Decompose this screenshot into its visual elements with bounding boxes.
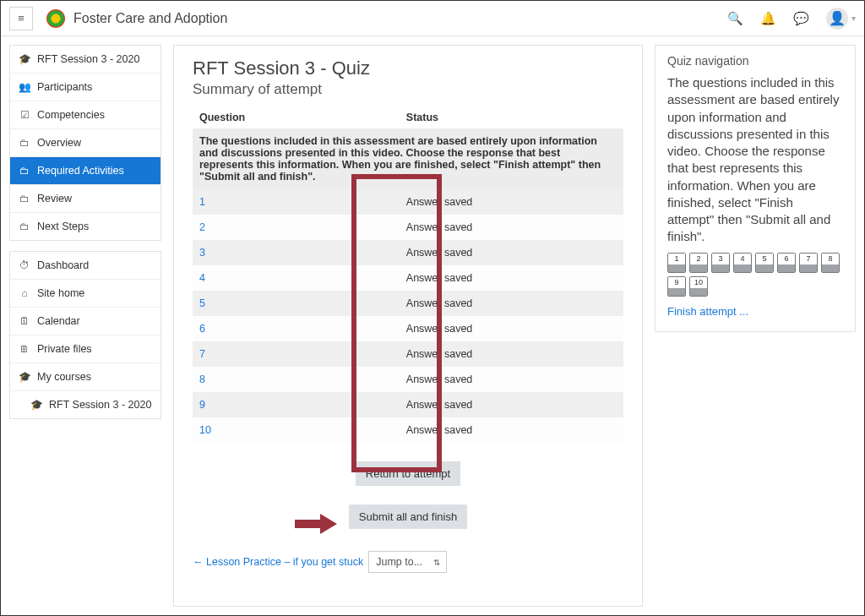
site-logo-icon <box>46 9 65 28</box>
nav-competencies-label: Competencies <box>37 109 105 121</box>
table-row: 4Answer saved <box>193 265 623 291</box>
col-question: Question <box>193 106 400 128</box>
nav-participants-icon: 👥 <box>19 81 30 93</box>
return-to-attempt-button[interactable]: Return to attempt <box>356 461 460 486</box>
nav-calendar[interactable]: 🗓Calendar <box>10 308 160 335</box>
hamburger-icon: ≡ <box>18 12 24 25</box>
nav-site-home-icon: ⌂ <box>19 287 30 299</box>
nav-my-courses-icon: 🎓 <box>19 371 30 383</box>
quiz-nav-question-5[interactable]: 5 <box>755 253 774 273</box>
nav-competencies[interactable]: ☑Competencies <box>10 101 160 129</box>
nav-review[interactable]: 🗀Review <box>10 185 160 213</box>
question-link-9[interactable]: 9 <box>199 399 205 411</box>
quiz-nav-question-10[interactable]: 10 <box>689 276 708 297</box>
question-link-7[interactable]: 7 <box>199 348 205 360</box>
quiz-nav-number: 10 <box>690 277 707 288</box>
nav-dashboard[interactable]: ⏱Dashboard <box>10 252 160 280</box>
global-nav-panel: ⏱Dashboard⌂Site home🗓Calendar🗎Private fi… <box>9 251 161 419</box>
quiz-nav-question-9[interactable]: 9 <box>667 276 686 297</box>
nav-calendar-label: Calendar <box>37 315 80 327</box>
nav-required-activities-icon: 🗀 <box>19 165 30 177</box>
notifications-icon[interactable]: 🔔 <box>760 11 776 26</box>
messages-icon[interactable]: 💬 <box>793 11 809 26</box>
nav-overview[interactable]: 🗀Overview <box>10 129 160 157</box>
table-row: 9Answer saved <box>193 392 623 417</box>
quiz-nav-number: 3 <box>712 253 729 264</box>
nav-next-steps-icon: 🗀 <box>19 221 30 232</box>
table-row: 8Answer saved <box>193 367 623 392</box>
nav-private-files-label: Private files <box>37 343 92 355</box>
main-column: RFT Session 3 - Quiz Summary of attempt … <box>173 45 643 607</box>
question-link-3[interactable]: 3 <box>199 247 205 259</box>
quiz-nav-question-4[interactable]: 4 <box>733 253 752 273</box>
nav-private-files-icon: 🗎 <box>19 343 30 355</box>
nav-course-title-icon: 🎓 <box>19 53 30 65</box>
topbar-right: 🔍 🔔 💬 👤 ▾ <box>727 8 856 30</box>
quiz-nav-question-3[interactable]: 3 <box>711 253 730 273</box>
question-link-5[interactable]: 5 <box>199 297 205 309</box>
quiz-nav-card: Quiz navigation The questions included i… <box>655 45 856 332</box>
question-link-2[interactable]: 2 <box>199 221 205 233</box>
question-link-1[interactable]: 1 <box>199 196 205 208</box>
submit-all-and-finish-button[interactable]: Submit all and finish <box>349 504 467 529</box>
topbar: ≡ Foster Care and Adoption 🔍 🔔 💬 👤 ▾ <box>1 1 864 36</box>
question-number-grid: 12345678910 <box>667 253 843 297</box>
nav-site-home[interactable]: ⌂Site home <box>10 280 160 308</box>
question-status: Answer saved <box>400 240 623 265</box>
quiz-nav-question-7[interactable]: 7 <box>799 253 818 273</box>
nav-next-steps[interactable]: 🗀Next Steps <box>10 213 160 240</box>
question-link-4[interactable]: 4 <box>199 272 205 284</box>
chevron-down-icon: ▾ <box>851 14 856 23</box>
quiz-nav-status-bar <box>668 288 685 296</box>
quiz-nav-number: 9 <box>668 277 685 288</box>
nav-course-title[interactable]: 🎓RFT Session 3 - 2020 <box>10 46 160 74</box>
table-row: 2Answer saved <box>193 215 623 240</box>
quiz-nav-number: 1 <box>668 253 685 264</box>
finish-attempt-link[interactable]: Finish attempt ... <box>667 305 748 318</box>
quiz-nav-status-bar <box>734 264 751 272</box>
search-icon[interactable]: 🔍 <box>727 11 743 26</box>
quiz-nav-number: 2 <box>690 253 707 264</box>
question-status: Answer saved <box>400 215 623 240</box>
nav-my-courses[interactable]: 🎓My courses <box>10 363 160 391</box>
nav-my-course-rft-icon: 🎓 <box>30 399 42 411</box>
quiz-nav-question-1[interactable]: 1 <box>667 253 686 273</box>
question-link-10[interactable]: 10 <box>199 424 211 436</box>
nav-required-activities[interactable]: 🗀Required Activities <box>10 157 160 185</box>
quiz-info-text: The questions included in this assessmen… <box>193 128 623 189</box>
nav-overview-icon: 🗀 <box>19 137 30 149</box>
prev-activity-link[interactable]: ← Lesson Practice – if you get stuck <box>193 556 363 568</box>
quiz-nav-question-8[interactable]: 8 <box>821 253 840 273</box>
table-row: 5Answer saved <box>193 291 623 316</box>
nav-my-course-rft[interactable]: 🎓RFT Session 3 - 2020 <box>10 391 160 418</box>
table-row: 3Answer saved <box>193 240 623 265</box>
jump-to-select[interactable]: Jump to... <box>368 551 447 573</box>
nav-review-label: Review <box>37 193 72 204</box>
nav-my-course-rft-label: RFT Session 3 - 2020 <box>49 399 151 411</box>
nav-dashboard-icon: ⏱ <box>19 259 30 271</box>
quiz-info-row: The questions included in this assessmen… <box>193 128 623 189</box>
quiz-nav-question-2[interactable]: 2 <box>689 253 708 273</box>
nav-drawer-toggle[interactable]: ≡ <box>9 7 33 30</box>
site-title[interactable]: Foster Care and Adoption <box>73 11 227 26</box>
quiz-nav-number: 5 <box>756 253 773 264</box>
nav-course-title-label: RFT Session 3 - 2020 <box>37 53 139 65</box>
question-link-8[interactable]: 8 <box>199 373 205 385</box>
question-status: Answer saved <box>400 367 623 392</box>
quiz-nav-title: Quiz navigation <box>667 54 843 68</box>
question-status: Answer saved <box>400 265 623 291</box>
user-menu[interactable]: 👤 ▾ <box>826 8 856 30</box>
question-link-6[interactable]: 6 <box>199 323 205 335</box>
nav-participants[interactable]: 👥Participants <box>10 74 160 101</box>
nav-participants-label: Participants <box>37 81 92 93</box>
nav-private-files[interactable]: 🗎Private files <box>10 335 160 363</box>
activity-nav-row: ← Lesson Practice – if you get stuck Jum… <box>193 551 623 573</box>
quiz-nav-status-bar <box>800 264 817 272</box>
avatar-icon: 👤 <box>826 8 848 30</box>
question-status: Answer saved <box>400 291 623 316</box>
quiz-nav-status-bar <box>712 264 729 272</box>
page-body: 🎓RFT Session 3 - 2020👥Participants☑Compe… <box>1 36 864 615</box>
quiz-subtitle: Summary of attempt <box>193 81 623 98</box>
quiz-nav-status-bar <box>690 288 707 296</box>
quiz-nav-question-6[interactable]: 6 <box>777 253 796 273</box>
